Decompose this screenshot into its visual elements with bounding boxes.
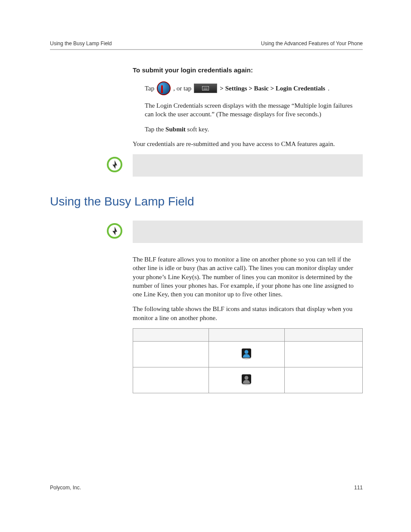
section2-content: The BLF feature allows you to monitor a … — [133, 255, 363, 393]
th-3 — [284, 328, 362, 341]
th-1 — [133, 328, 209, 341]
header-left: Using the Busy Lamp Field — [50, 40, 112, 47]
table-intro: The following table shows the BLF icons … — [133, 305, 363, 322]
running-header: Using the Busy Lamp Field Using the Adva… — [50, 40, 363, 50]
or-tap-label: , or tap — [173, 84, 191, 93]
svg-point-1 — [245, 350, 249, 354]
svg-point-3 — [245, 376, 249, 380]
period: . — [328, 84, 330, 93]
person-blue-icon — [240, 347, 252, 359]
footer-page-number: 111 — [354, 485, 363, 491]
person-gray-icon — [240, 373, 252, 385]
callout-box-1 — [133, 154, 363, 177]
procedure-heading: To submit your login credentials again: — [133, 66, 363, 74]
section-title: Using the Busy Lamp Field — [50, 195, 363, 208]
step-1: Tap , or tap > Settings > Basic > Login … — [145, 81, 363, 95]
cell-r2c3 — [284, 367, 362, 393]
blf-description: The BLF feature allows you to monitor a … — [133, 255, 363, 299]
step-2: Tap the Submit soft key. — [145, 125, 363, 134]
blf-icon-table — [133, 328, 363, 393]
result-text: Your credentials are re-submitted and yo… — [133, 140, 363, 148]
menu-button-icon — [194, 84, 217, 93]
power-tip-icon — [107, 157, 122, 172]
power-tip-icon — [107, 223, 122, 239]
page-footer: Polycom, Inc. 111 — [50, 485, 363, 491]
callout-1 — [50, 154, 363, 177]
table-header-row — [133, 328, 363, 341]
tap-label: Tap — [145, 84, 154, 93]
cell-r1c2 — [209, 341, 284, 367]
header-right: Using the Advanced Features of Your Phon… — [261, 40, 363, 47]
cell-r1c1 — [133, 341, 209, 367]
cell-r2c1 — [133, 367, 209, 393]
callout-2 — [50, 221, 363, 243]
table-row — [133, 367, 363, 393]
th-2 — [209, 328, 284, 341]
lock-icon — [157, 81, 171, 95]
callout-box-2 — [133, 221, 363, 243]
cell-r1c3 — [284, 341, 362, 367]
cell-r2c2 — [209, 367, 284, 393]
footer-company: Polycom, Inc. — [50, 485, 81, 491]
document-page: Using the Busy Lamp Field Using the Adva… — [0, 0, 411, 532]
nav-path: > Settings > Basic > Login Credentials — [220, 84, 325, 93]
submit-softkey-label: Submit — [165, 126, 186, 133]
content-column: To submit your login credentials again: … — [133, 66, 363, 148]
step-1-description: The Login Credentials screen displays wi… — [145, 101, 363, 119]
table-row — [133, 341, 363, 367]
